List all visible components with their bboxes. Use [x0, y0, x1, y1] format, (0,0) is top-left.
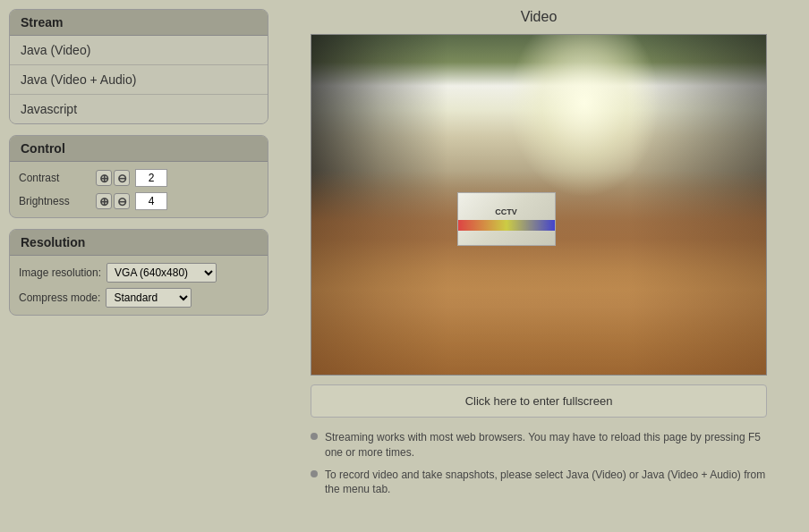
compress-mode-label: Compress mode:	[19, 291, 100, 304]
contrast-decrease-button[interactable]: ⊖	[114, 170, 130, 186]
stream-panel: Stream Java (Video) Java (Video + Audio)…	[9, 9, 268, 124]
image-resolution-select[interactable]: VGA (640x480) QVGA (320x240) SVGA (800x6…	[106, 263, 217, 283]
stream-item-javascript[interactable]: Javascript	[10, 95, 268, 123]
brightness-decrease-button[interactable]: ⊖	[114, 193, 130, 209]
video-title: Video	[521, 9, 558, 25]
info-item-1: Streaming works with most web browsers. …	[311, 430, 767, 460]
sidebar: Stream Java (Video) Java (Video + Audio)…	[9, 9, 268, 508]
compress-mode-select[interactable]: Standard High Quality Low Quality	[106, 288, 192, 308]
control-panel-header: Control	[10, 136, 268, 162]
contrast-value-input[interactable]	[135, 169, 167, 187]
contrast-increase-button[interactable]: ⊕	[96, 170, 112, 186]
stream-item-java-video-audio[interactable]: Java (Video + Audio)	[10, 65, 268, 95]
content-area: Video CCTV Click here to enter fullscree…	[277, 9, 800, 508]
image-resolution-label: Image resolution:	[19, 266, 101, 279]
image-resolution-row: Image resolution: VGA (640x480) QVGA (32…	[19, 263, 259, 283]
info-section: Streaming works with most web browsers. …	[311, 426, 767, 508]
info-item-2: To record video and take snapshots, plea…	[311, 468, 767, 498]
cctv-stripe	[458, 220, 555, 231]
brightness-buttons: ⊕ ⊖	[96, 193, 130, 209]
info-text-1: Streaming works with most web browsers. …	[325, 430, 767, 460]
stream-panel-header: Stream	[10, 10, 268, 36]
resolution-panel-header: Resolution	[10, 230, 268, 256]
bullet-icon-1	[311, 433, 318, 440]
contrast-buttons: ⊕ ⊖	[96, 170, 130, 186]
contrast-label: Contrast	[19, 172, 90, 184]
cctv-label: CCTV	[495, 207, 517, 216]
stream-item-java-video[interactable]: Java (Video)	[10, 36, 268, 65]
control-table: Contrast ⊕ ⊖ Brightness ⊕ ⊖	[10, 162, 268, 217]
cctv-box: CCTV	[457, 192, 556, 246]
brightness-increase-button[interactable]: ⊕	[96, 193, 112, 209]
resolution-table: Image resolution: VGA (640x480) QVGA (32…	[10, 256, 268, 315]
video-frame: CCTV	[311, 34, 767, 376]
brightness-label: Brightness	[19, 195, 90, 207]
video-placeholder: CCTV	[311, 35, 766, 375]
brightness-value-input[interactable]	[135, 192, 167, 210]
brightness-row: Brightness ⊕ ⊖	[19, 192, 259, 210]
bullet-icon-2	[311, 470, 318, 477]
resolution-panel: Resolution Image resolution: VGA (640x48…	[9, 229, 268, 316]
fullscreen-button[interactable]: Click here to enter fullscreen	[311, 384, 767, 418]
info-text-2: To record video and take snapshots, plea…	[325, 468, 767, 498]
contrast-row: Contrast ⊕ ⊖	[19, 169, 259, 187]
compress-mode-row: Compress mode: Standard High Quality Low…	[19, 288, 259, 308]
control-panel: Control Contrast ⊕ ⊖ Brightness ⊕ ⊖	[9, 135, 268, 218]
